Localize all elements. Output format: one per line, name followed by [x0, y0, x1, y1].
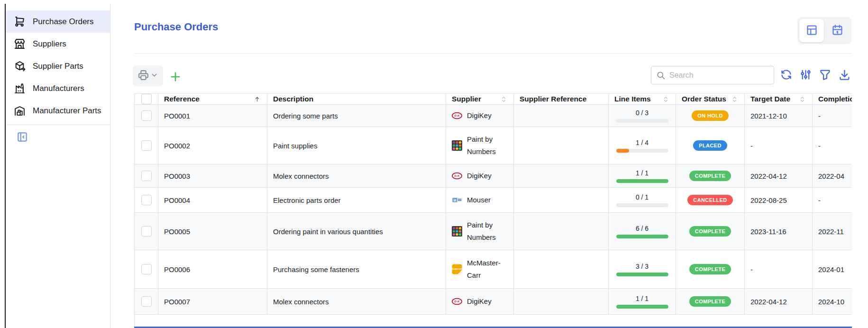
supplier[interactable]: D-KDigiKey [452, 170, 492, 182]
svg-text:McMASTER: McMASTER [452, 268, 462, 270]
supplier-reference-cell [514, 188, 609, 212]
header-supplier: Supplier [446, 94, 514, 104]
description-cell: Molex connectors [267, 289, 446, 314]
row-checkbox[interactable] [141, 296, 152, 307]
supplier-cell: D-KDigiKey [446, 105, 514, 127]
sidebar-item-label: Suppliers [33, 39, 66, 49]
collapse-sidebar-button[interactable] [16, 131, 28, 145]
progress-bar-track [616, 273, 668, 276]
adjustments-button[interactable] [799, 68, 812, 82]
sidebar-item-purchase-orders[interactable]: Purchase Orders [6, 10, 110, 33]
completion-date-value: - [818, 196, 821, 204]
completion-date-value: - [818, 112, 821, 120]
sidebar-item-label: Manufacturers [33, 84, 84, 93]
table-row[interactable]: PO0004Electronic parts orderMMouser0 / 1… [135, 188, 852, 213]
table-row[interactable]: PO0002Paint suppliesPaint by Numbers1 / … [135, 127, 852, 164]
completion-date-value: 2022-04 [818, 172, 844, 180]
search-input[interactable] [669, 71, 774, 80]
target-date-cell: - [745, 127, 813, 164]
supplier[interactable]: Paint by Numbers [452, 219, 508, 244]
row-checkbox[interactable] [141, 110, 152, 121]
sidebar-item-suppliers[interactable]: Suppliers [6, 33, 110, 55]
line-items-count: 1 / 1 [636, 295, 649, 302]
filter-button[interactable] [819, 68, 831, 82]
sidebar-item-manufacturer-parts[interactable]: Manufacturer Parts [6, 100, 110, 122]
supplier-name: DigiKey [467, 295, 492, 308]
supplier[interactable]: Paint by Numbers [452, 133, 508, 158]
add-order-button[interactable] [169, 70, 182, 83]
line-items-count: 1 / 1 [636, 169, 649, 177]
sort-both-icon [500, 95, 508, 103]
table-view-button[interactable] [799, 19, 824, 42]
completion-date-cell: 2022-11 [813, 213, 852, 250]
table-actions [780, 68, 851, 82]
column-label: Supplier [452, 95, 481, 103]
reference-value: PO0004 [164, 196, 190, 204]
completion-date-value: 2024-10 [818, 298, 844, 306]
adjustments-icon [799, 68, 812, 82]
building-warehouse-icon [14, 105, 26, 117]
column-label: Description [273, 95, 313, 103]
row-checkbox[interactable] [141, 264, 152, 274]
supplier-cell: D-KDigiKey [446, 164, 514, 187]
description-cell: Electronic parts order [267, 188, 446, 212]
order-status-cell: COMPLETE [676, 250, 745, 288]
supplier[interactable]: MMouser [452, 194, 491, 206]
line-items-cell: 0 / 3 [609, 105, 676, 127]
table-row[interactable]: PO0005Ordering paint in various quantiti… [135, 213, 852, 250]
description-value: Molex connectors [273, 172, 329, 180]
completion-date-cell: - [813, 188, 852, 212]
reference-value: PO0005 [164, 228, 190, 236]
row-checkbox[interactable] [141, 140, 152, 151]
progress-bar-fill [616, 235, 668, 238]
table-row[interactable]: PO0003Molex connectorsD-KDigiKey1 / 1COM… [135, 164, 852, 188]
status-badge: COMPLETE [689, 226, 731, 237]
sidebar-item-manufacturers[interactable]: Manufacturers [6, 77, 110, 100]
description-cell: Purchasing some fasteners [267, 250, 446, 288]
target-date-value: 2021-12-10 [750, 112, 787, 120]
supplier[interactable]: D-KDigiKey [452, 295, 492, 308]
table-row[interactable]: PO0001Ordering some partsD-KDigiKey0 / 3… [135, 105, 852, 127]
select-all-checkbox[interactable] [141, 94, 152, 104]
line-items-cell: 1 / 1 [609, 289, 676, 314]
row-checkbox[interactable] [141, 195, 152, 205]
line-items-progress: 0 / 1 [616, 193, 668, 207]
supplier-reference-cell [514, 105, 609, 127]
print-button[interactable] [133, 65, 163, 86]
completion-date-cell: - [813, 127, 852, 164]
header-completion-date: Completion Date [813, 94, 852, 104]
progress-bar-fill [616, 273, 668, 276]
line-items-count: 0 / 1 [636, 193, 649, 201]
reference-cell: PO0007 [158, 289, 267, 314]
supplier[interactable]: McMASTERMcMaster-Carr [452, 257, 508, 282]
target-date-value: 2022-04-12 [750, 172, 787, 180]
shopping-cart-icon [14, 16, 26, 27]
description-value: Electronic parts order [273, 196, 341, 204]
collapse-sidebar-icon [16, 131, 28, 145]
supplier-name: DigiKey [467, 109, 492, 122]
reference-value: PO0003 [164, 172, 190, 180]
supplier-name: DigiKey [467, 170, 492, 182]
description-value: Molex connectors [273, 298, 329, 306]
sort-both-icon [731, 95, 739, 103]
sort-both-icon [662, 95, 670, 103]
target-date-value: - [750, 265, 753, 273]
column-label: Target Date [750, 95, 790, 103]
refresh-button[interactable] [780, 68, 793, 82]
download-button[interactable] [838, 68, 851, 82]
target-date-cell: 2022-04-12 [745, 164, 813, 187]
sidebar-item-supplier-parts[interactable]: Supplier Parts [6, 55, 110, 77]
order-status-cell: COMPLETE [676, 289, 745, 314]
supplier-cell: D-KDigiKey [446, 289, 514, 314]
row-checkbox[interactable] [141, 171, 152, 181]
status-badge: ON HOLD [692, 110, 729, 121]
calendar-view-button[interactable] [825, 19, 850, 42]
completion-date-value: 2022-11 [818, 228, 844, 236]
target-date-cell: 2022-04-12 [745, 289, 813, 314]
row-checkbox[interactable] [141, 226, 152, 237]
table-row[interactable]: PO0006Purchasing some fastenersMcMASTERM… [135, 250, 852, 289]
table-row[interactable]: PO0007Molex connectorsD-KDigiKey1 / 1COM… [135, 289, 852, 315]
description-value: Ordering paint in various quantities [273, 228, 383, 236]
supplier-reference-cell [514, 127, 609, 164]
supplier[interactable]: D-KDigiKey [452, 109, 492, 122]
